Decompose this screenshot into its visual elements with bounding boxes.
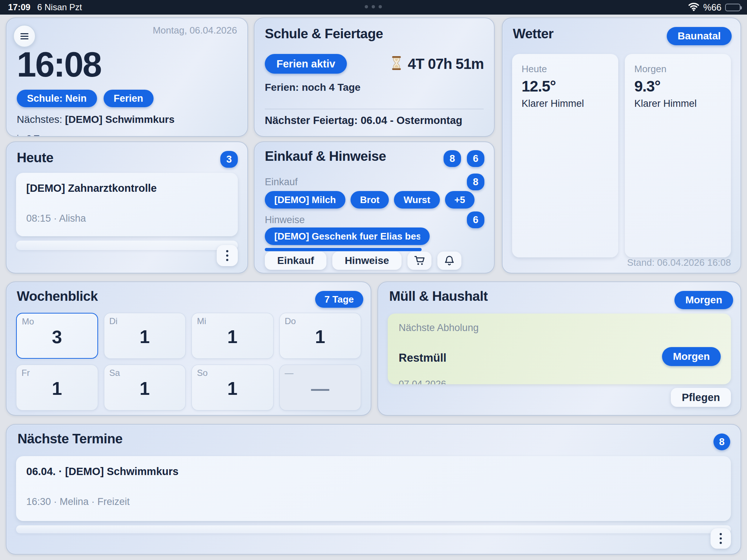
ferien-aktiv-pill: Ferien aktiv: [265, 54, 347, 74]
holiday-countdown: 4T 07h 51m: [390, 54, 484, 74]
waste-household-card: Müll & Haushalt Morgen Nächste Abholung …: [378, 281, 741, 416]
weather-tomorrow-tile: Morgen 9.3° Klarer Himmel: [625, 54, 731, 257]
weather-condition: Klarer Himmel: [634, 98, 721, 109]
battery-percent-label: %66: [703, 2, 721, 13]
today-more-button[interactable]: [217, 245, 238, 266]
shopping-button[interactable]: Einkauf: [265, 252, 326, 270]
shopping-total-badge: 8: [444, 150, 461, 167]
weather-location-pill[interactable]: Baunatal: [667, 27, 732, 45]
notes-button[interactable]: Hinweise: [332, 252, 401, 270]
weather-updated-timestamp: Stand: 06.04.2026 16:08: [627, 257, 731, 268]
clock-time: 16:08: [17, 44, 101, 85]
event-meta: 08:15 · Alisha: [26, 213, 86, 224]
weather-today-tile: Heute 12.5° Klarer Himmel: [512, 54, 618, 257]
today-count-badge: 3: [220, 151, 238, 168]
kebab-icon: [720, 533, 722, 544]
week-range-pill[interactable]: 7 Tage: [315, 291, 363, 308]
shopping-item-chip: Wurst: [394, 191, 440, 209]
wifi-icon: [688, 2, 700, 13]
appointments-count-badge: 8: [713, 433, 730, 450]
status-date: 6 Nisan Pzt: [37, 2, 82, 12]
notes-total-badge: 6: [467, 150, 484, 167]
status-dots-icon: [365, 5, 382, 8]
bell-icon: [443, 254, 456, 267]
today-card: Heute 3 [DEMO] Zahnarztkontrolle 08:15 ·…: [6, 141, 248, 273]
notes-section-label: Hinweise: [265, 214, 305, 226]
cart-icon: [413, 254, 426, 267]
next-event-countdown-clipped: in 2 Tagen: [17, 133, 59, 137]
week-grid: Mo 3 Di 1 Mi 1 Do 1 Fr 1 Sa 1 So 1 — —: [16, 313, 361, 411]
weather-temp: 12.5°: [522, 78, 609, 95]
status-time: 17:09: [8, 2, 30, 12]
next-pickup-tile: Nächste Abholung Restmüll Morgen 07.04.2…: [388, 314, 731, 384]
day-cell-di[interactable]: Di 1: [104, 313, 186, 359]
hamburger-icon: [20, 33, 28, 39]
weather-temp: 9.3°: [634, 78, 721, 95]
pickup-label: Nächste Abholung: [399, 322, 479, 334]
appointments-more-button[interactable]: [711, 528, 731, 549]
school-holidays-card: Schule & Feiertage Ferien aktiv 4T 07h 5…: [254, 18, 495, 137]
weather-condition: Klarer Himmel: [522, 98, 609, 109]
weather-card-title: Wetter: [513, 26, 553, 42]
school-status-pill: Schule: Nein: [17, 90, 97, 107]
appointment-meta: 16:30 · Melina · Freizeit: [26, 496, 130, 508]
day-cell-so[interactable]: So 1: [191, 365, 274, 411]
cart-button[interactable]: [407, 252, 431, 270]
waste-header-pill: Morgen: [674, 291, 733, 309]
shopping-card-title: Einkauf & Hinweise: [265, 149, 386, 164]
pickup-date-clipped: 07.04.2026: [399, 378, 446, 384]
weather-day-label: Morgen: [634, 63, 721, 75]
waste-card-title: Müll & Haushalt: [389, 289, 488, 304]
appointments-card-title: Nächste Termine: [18, 431, 123, 447]
week-overview-card: Wochenblick 7 Tage Mo 3 Di 1 Mi 1 Do 1 F…: [6, 281, 371, 416]
pickup-type: Restmüll: [399, 351, 446, 365]
weather-card: Wetter Baunatal Heute 12.5° Klarer Himme…: [502, 18, 741, 273]
appointment-title: 06.04. · [DEMO] Schwimmkurs: [26, 466, 178, 478]
ferien-remaining-label: Ferien: noch 4 Tage: [265, 82, 360, 93]
day-cell-mi[interactable]: Mi 1: [191, 313, 274, 359]
event-title: [DEMO] Zahnarztkontrolle: [26, 182, 157, 194]
next-event-prefix: Nächstes:: [17, 114, 62, 125]
school-card-title: Schule & Feiertage: [265, 26, 383, 42]
notes-section-badge: 6: [467, 211, 484, 228]
partial-list-item: [16, 241, 238, 250]
weather-day-label: Heute: [522, 63, 609, 75]
clock-card: Montag, 06.04.2026 16:08 Schule: Nein Fe…: [6, 18, 248, 137]
today-card-title: Heute: [17, 150, 53, 166]
next-event-line: Nächstes: [DEMO] Schwimmkurs: [17, 114, 175, 125]
status-bar: 17:09 6 Nisan Pzt %66: [0, 0, 747, 15]
next-holiday-label: Nächster Feiertag: 06.04 - Ostermontag: [265, 114, 462, 127]
bell-button[interactable]: [437, 252, 461, 270]
day-cell-fr[interactable]: Fr 1: [16, 365, 98, 411]
shopping-section-badge: 8: [467, 174, 484, 190]
shopping-notes-card: Einkauf & Hinweise 8 6 Einkauf 8 [DEMO] …: [254, 141, 495, 273]
shopping-section-label: Einkauf: [265, 176, 298, 188]
day-cell-empty: — —: [279, 365, 361, 411]
holiday-countdown-value: 4T 07h 51m: [408, 56, 484, 72]
week-card-title: Wochenblick: [17, 289, 98, 304]
day-cell-sa[interactable]: Sa 1: [104, 365, 186, 411]
battery-icon: [725, 4, 740, 11]
day-cell-do[interactable]: Do 1: [279, 313, 361, 359]
shopping-item-chip: Brot: [351, 191, 389, 209]
appointments-card: Nächste Termine 8 06.04. · [DEMO] Schwim…: [6, 424, 741, 555]
day-cell-mo[interactable]: Mo 3: [16, 313, 98, 359]
current-date-label: Montag, 06.04.2026: [153, 25, 237, 36]
manage-button[interactable]: Pflegen: [671, 388, 731, 407]
pickup-when-pill: Morgen: [662, 347, 721, 366]
today-event-item[interactable]: [DEMO] Zahnarztkontrolle 08:15 · Alisha: [16, 173, 238, 236]
divider: [265, 109, 484, 109]
shopping-more-chip: +5: [445, 191, 475, 209]
menu-button[interactable]: [13, 25, 36, 47]
clipped-note-chip: [265, 248, 422, 251]
ferien-status-pill: Ferien: [104, 90, 154, 107]
partial-list-item: [16, 525, 731, 533]
shopping-item-chip: [DEMO] Milch: [265, 191, 345, 209]
hourglass-icon: [390, 55, 403, 72]
next-event-title: [DEMO] Schwimmkurs: [65, 114, 174, 125]
kebab-icon: [226, 250, 228, 261]
appointment-item[interactable]: 06.04. · [DEMO] Schwimmkurs 16:30 · Meli…: [16, 456, 731, 521]
note-item-chip: [DEMO] Geschenk fuer Elias besorg: [265, 228, 430, 245]
